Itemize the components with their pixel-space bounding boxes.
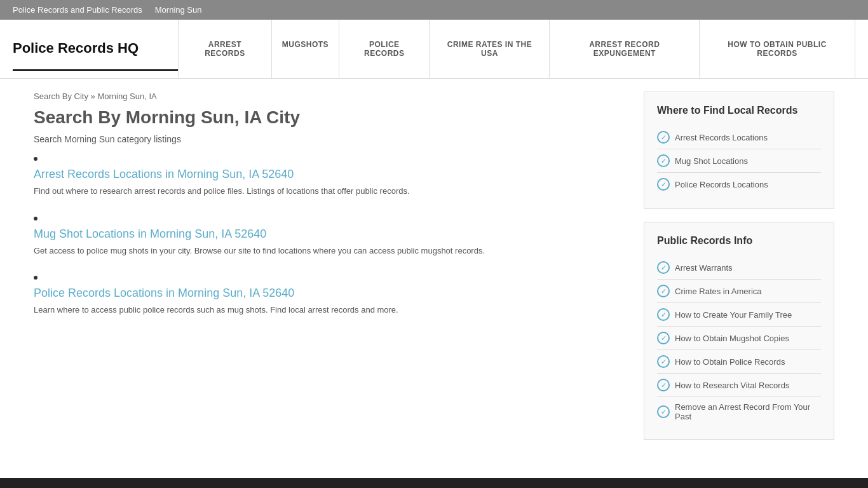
footer: Find Local Arrest Records Terms and Cond… xyxy=(0,478,868,488)
mugshot-copies-link[interactable]: How to Obtain Mugshot Copies xyxy=(675,334,789,343)
check-icon: ✓ xyxy=(657,405,670,418)
list-item: ✓ Remove an Arrest Record From Your Past xyxy=(657,397,821,426)
main-container: Search By City » Morning Sun, IA Search … xyxy=(21,79,847,478)
arrest-warrants-link[interactable]: Arrest Warrants xyxy=(675,263,733,273)
check-icon: ✓ xyxy=(657,308,670,321)
list-item: ✓ How to Research Vital Records xyxy=(657,374,821,397)
nav-obtain-records[interactable]: HOW TO OBTAIN PUBLIC RECORDS xyxy=(700,20,855,78)
section-police-records: Police Records Locations in Morning Sun,… xyxy=(34,276,618,316)
section-police-records-desc: Learn where to access public police reco… xyxy=(34,304,618,316)
section-police-records-title[interactable]: Police Records Locations in Morning Sun,… xyxy=(34,287,618,300)
vital-records-link[interactable]: How to Research Vital Records xyxy=(675,381,789,390)
sidebar-public-records: Public Records Info ✓ Arrest Warrants ✓ … xyxy=(644,222,834,440)
check-icon: ✓ xyxy=(657,355,670,368)
remove-arrest-record-link[interactable]: Remove an Arrest Record From Your Past xyxy=(675,402,821,421)
breadcrumb-separator: » xyxy=(91,92,98,101)
topbar-link-morning-sun[interactable]: Morning Sun xyxy=(155,5,202,15)
list-item: ✓ Crime Rates in America xyxy=(657,280,821,303)
list-item: ✓ Arrest Records Locations xyxy=(657,126,821,149)
bullet-1 xyxy=(34,157,37,161)
nav-expungement[interactable]: ARREST RECORD EXPUNGEMENT xyxy=(550,20,700,78)
local-records-list: ✓ Arrest Records Locations ✓ Mug Shot Lo… xyxy=(657,126,821,196)
sidebar-local-records-heading: Where to Find Local Records xyxy=(657,105,821,116)
public-records-list: ✓ Arrest Warrants ✓ Crime Rates in Ameri… xyxy=(657,256,821,426)
sidebar: Where to Find Local Records ✓ Arrest Rec… xyxy=(644,92,834,452)
check-icon: ✓ xyxy=(657,154,670,167)
list-item: ✓ Police Records Locations xyxy=(657,173,821,196)
sidebar-public-records-heading: Public Records Info xyxy=(657,235,821,247)
topbar-link-police-records[interactable]: Police Records and Public Records xyxy=(13,5,142,15)
check-icon: ✓ xyxy=(657,178,670,191)
header: Police Records HQ ARREST RECORDS MUGSHOT… xyxy=(0,20,868,79)
content-area: Search By City » Morning Sun, IA Search … xyxy=(34,92,618,452)
local-police-records-link[interactable]: Police Records Locations xyxy=(675,180,768,189)
local-mug-shot-link[interactable]: Mug Shot Locations xyxy=(675,156,748,166)
page-subtitle: Search Morning Sun category listings xyxy=(34,134,618,144)
bullet-2 xyxy=(34,217,37,220)
obtain-police-records-link[interactable]: How to Obtain Police Records xyxy=(675,357,785,367)
breadcrumb-current: Morning Sun, IA xyxy=(97,92,156,101)
bullet-3 xyxy=(34,276,37,280)
list-item: ✓ Arrest Warrants xyxy=(657,256,821,280)
section-mug-shots-title[interactable]: Mug Shot Locations in Morning Sun, IA 52… xyxy=(34,227,618,241)
section-arrest-records-title[interactable]: Arrest Records Locations in Morning Sun,… xyxy=(34,168,618,181)
breadcrumb-parent[interactable]: Search By City xyxy=(34,92,88,101)
section-mug-shots: Mug Shot Locations in Morning Sun, IA 52… xyxy=(34,217,618,257)
breadcrumb: Search By City » Morning Sun, IA xyxy=(34,92,618,101)
top-bar: Police Records and Public Records Mornin… xyxy=(0,0,868,20)
section-arrest-records: Arrest Records Locations in Morning Sun,… xyxy=(34,157,618,198)
list-item: ✓ Mug Shot Locations xyxy=(657,149,821,173)
list-item: ✓ How to Create Your Family Tree xyxy=(657,303,821,327)
nav-crime-rates[interactable]: CRIME RATES IN THE USA xyxy=(430,20,550,78)
family-tree-link[interactable]: How to Create Your Family Tree xyxy=(675,310,792,320)
list-item: ✓ How to Obtain Police Records xyxy=(657,350,821,374)
check-icon: ✓ xyxy=(657,131,670,144)
check-icon: ✓ xyxy=(657,261,670,274)
section-mug-shots-desc: Get access to police mug shots in your c… xyxy=(34,245,618,257)
check-icon: ✓ xyxy=(657,379,670,391)
nav-police-records[interactable]: POLICE RECORDS xyxy=(339,20,430,78)
main-nav: ARREST RECORDS MUGSHOTS POLICE RECORDS C… xyxy=(178,20,855,78)
list-item: ✓ How to Obtain Mugshot Copies xyxy=(657,327,821,350)
check-icon: ✓ xyxy=(657,332,670,344)
sidebar-local-records: Where to Find Local Records ✓ Arrest Rec… xyxy=(644,92,834,209)
nav-mugshots[interactable]: MUGSHOTS xyxy=(272,20,339,78)
crime-rates-link[interactable]: Crime Rates in America xyxy=(675,287,762,296)
section-arrest-records-desc: Find out where to research arrest record… xyxy=(34,185,618,198)
check-icon: ✓ xyxy=(657,285,670,297)
logo[interactable]: Police Records HQ xyxy=(13,27,178,71)
nav-arrest-records[interactable]: ARREST RECORDS xyxy=(178,20,272,78)
page-title: Search By Morning Sun, IA City xyxy=(34,107,618,128)
local-arrest-records-link[interactable]: Arrest Records Locations xyxy=(675,133,768,142)
